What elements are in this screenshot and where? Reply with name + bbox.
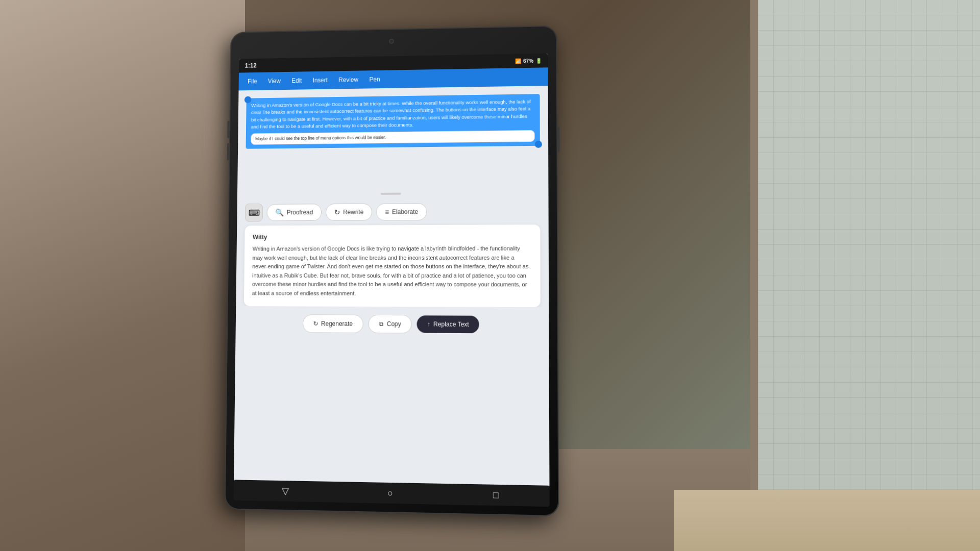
nav-recents-icon[interactable]: □ bbox=[493, 490, 499, 501]
copy-label: Copy bbox=[387, 320, 401, 328]
menu-item-insert[interactable]: Insert bbox=[308, 74, 333, 86]
drag-handle[interactable] bbox=[381, 193, 401, 195]
wifi-icon: 📶 bbox=[515, 58, 521, 64]
status-icons: 📶 67% 🔋 bbox=[515, 58, 542, 64]
rewrite-icon: ↻ bbox=[334, 208, 340, 216]
selected-text-block[interactable]: Writing in Amazon's version of Google Do… bbox=[246, 94, 540, 148]
replace-icon: ↑ bbox=[427, 320, 430, 328]
battery-percentage: 67% bbox=[523, 58, 533, 63]
keyboard-icon: ⌨ bbox=[248, 208, 260, 217]
bottom-actions: ↻ Regenerate ⧉ Copy ↑ Replace Text bbox=[235, 306, 549, 342]
elaborate-label: Elaborate bbox=[392, 208, 418, 215]
windowsill bbox=[674, 490, 980, 551]
window-frame bbox=[750, 0, 980, 551]
elaborate-button[interactable]: ≡ Elaborate bbox=[376, 203, 427, 220]
volume-up-button[interactable] bbox=[227, 121, 229, 138]
comment-bubble: Maybe if I could see the top line of men… bbox=[251, 130, 534, 145]
tablet-device: 1:12 📶 67% 🔋 File View Edit Insert Revie… bbox=[225, 26, 559, 516]
regenerate-icon: ↻ bbox=[313, 320, 318, 327]
elaborate-icon: ≡ bbox=[385, 208, 389, 216]
scene: 1:12 📶 67% 🔋 File View Edit Insert Revie… bbox=[0, 0, 980, 551]
volume-down-button[interactable] bbox=[227, 143, 229, 160]
window-grid bbox=[758, 0, 980, 551]
menu-item-file[interactable]: File bbox=[242, 76, 262, 87]
menu-item-view[interactable]: View bbox=[263, 76, 286, 87]
status-time: 1:12 bbox=[245, 62, 257, 69]
battery-icon: 🔋 bbox=[535, 58, 542, 63]
tablet-screen: 1:12 📶 67% 🔋 File View Edit Insert Revie… bbox=[234, 54, 549, 487]
proofread-icon: 🔍 bbox=[275, 209, 284, 217]
rewrite-button[interactable]: ↻ Rewrite bbox=[326, 204, 373, 221]
regenerate-label: Regenerate bbox=[321, 320, 353, 327]
ai-toolbar: ⌨ 🔍 Proofread ↻ Rewrite ≡ Elaborate bbox=[237, 198, 548, 226]
camera bbox=[389, 39, 394, 44]
regenerate-button[interactable]: ↻ Regenerate bbox=[302, 314, 363, 333]
proofread-label: Proofread bbox=[287, 209, 313, 216]
result-label: Witty bbox=[253, 233, 532, 240]
proofread-button[interactable]: 🔍 Proofread bbox=[267, 204, 322, 221]
menu-item-edit[interactable]: Edit bbox=[286, 75, 307, 86]
document-area[interactable]: Writing in Amazon's version of Google Do… bbox=[237, 86, 548, 190]
curtain-left bbox=[0, 0, 245, 551]
comment-text: Maybe if I could see the top line of men… bbox=[255, 135, 386, 141]
copy-button[interactable]: ⧉ Copy bbox=[369, 314, 412, 333]
nav-back-icon[interactable]: ▽ bbox=[282, 485, 289, 497]
result-card: Witty Writing in Amazon's version of Goo… bbox=[244, 224, 541, 307]
menu-item-review[interactable]: Review bbox=[334, 74, 363, 85]
power-button[interactable] bbox=[557, 127, 559, 152]
result-text: Writing in Amazon's version of Google Do… bbox=[252, 244, 532, 299]
selected-text: Writing in Amazon's version of Google Do… bbox=[251, 98, 531, 129]
nav-home-icon[interactable]: ○ bbox=[387, 488, 393, 499]
selection-handle-bottom[interactable] bbox=[535, 140, 542, 147]
selection-handle-top[interactable] bbox=[244, 96, 252, 104]
menu-item-pen[interactable]: Pen bbox=[364, 74, 385, 85]
replace-text-button[interactable]: ↑ Replace Text bbox=[417, 315, 479, 333]
replace-label: Replace Text bbox=[433, 320, 469, 328]
rewrite-label: Rewrite bbox=[343, 209, 363, 216]
copy-icon: ⧉ bbox=[379, 320, 384, 328]
keyboard-button[interactable]: ⌨ bbox=[245, 204, 263, 221]
